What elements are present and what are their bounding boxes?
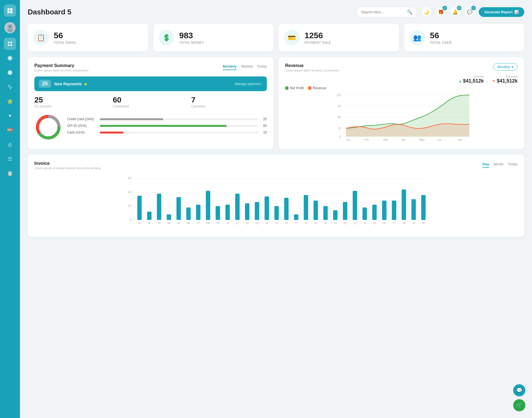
stat-money-info: 983 TOTAL MONEY (179, 31, 204, 45)
cash-label: Cash (41%) (67, 130, 98, 134)
tab-today[interactable]: Today (257, 63, 267, 70)
bar-17 (294, 214, 298, 220)
svg-text:Apr: Apr (401, 138, 406, 141)
invoice-tab-month[interactable]: Month (493, 161, 503, 168)
bar-label-29: 29 (412, 222, 415, 225)
svg-text:Jan: Jan (346, 138, 351, 141)
new-payments-count: 25 (39, 80, 51, 88)
stat-money-value: 983 (179, 31, 204, 40)
payment-summary-subtitle: Lorem ipsum dolor sit amet, consectetur (34, 69, 89, 72)
cart-fab[interactable]: 🛒 (513, 399, 525, 411)
generate-report-button[interactable]: Generate Report 📊 (479, 7, 524, 17)
search-input[interactable] (361, 10, 405, 14)
floating-buttons: 💬 🛒 (513, 384, 525, 411)
bar-12 (245, 203, 249, 220)
expense-label: Expense (492, 75, 518, 78)
invoice-panel: Invoice Lorem Ipsum is simply dummy text… (28, 155, 524, 237)
revenue-amounts: Income ▲ $41,512k Expense ▼ $41,512k (285, 75, 518, 84)
page-title: Dashboard 5 (28, 8, 71, 16)
svg-text:90: 90 (338, 105, 341, 108)
theme-toggle-btn[interactable]: 🌙 (421, 7, 432, 17)
sidebar-item-heart2[interactable]: 💝 (4, 124, 16, 136)
bar-label-12: 12 (246, 222, 249, 225)
bar-20 (323, 206, 328, 220)
gifts-btn[interactable]: 🎁 2 (436, 7, 446, 17)
svg-text:May: May (420, 138, 425, 141)
main-content: Dashboard 5 🔍 🌙 🎁 2 🔔 12 💬 5 Generate Re… (20, 0, 532, 418)
on-process-label: On process (34, 104, 110, 108)
svg-text:30: 30 (338, 127, 341, 130)
income-value: ▲ $41,512k (458, 78, 484, 84)
chat-badge: 5 (471, 6, 476, 10)
generate-report-label: Generate Report (484, 10, 513, 14)
bar-label-26: 26 (383, 222, 386, 225)
revenue-legend: Net Profit Revenue (285, 86, 518, 90)
bar-09 (216, 206, 220, 220)
sidebar-item-heart[interactable]: ♥ (4, 110, 16, 122)
payment-summary-panel: Payment Summary Lorem ipsum dolor sit am… (28, 57, 273, 149)
notifications-btn[interactable]: 🔔 12 (450, 7, 461, 17)
invoice-bar-chart: 60 40 20 0 01020304050607080910111213141… (34, 174, 518, 230)
search-box[interactable]: 🔍 (356, 7, 417, 17)
credit-card-label: Credit Card (24%) (67, 117, 98, 121)
bar-06 (186, 207, 191, 220)
donut-row: Credit Card (24%) 25 UPI ID (41%) 60 (34, 113, 267, 141)
bar-label-18: 18 (305, 222, 308, 225)
manage-payment-link[interactable]: Manage payment › (235, 82, 262, 86)
legend-revenue: Revenue (308, 86, 326, 90)
income-label: Income (458, 75, 484, 78)
bar-label-01: 01 (138, 222, 141, 225)
user-avatar[interactable] (4, 22, 16, 33)
bar-18 (304, 195, 308, 220)
chat-btn[interactable]: 💬 5 (464, 7, 475, 17)
svg-rect-7 (8, 42, 10, 43)
svg-text:20: 20 (128, 204, 131, 207)
sidebar-item-list[interactable]: 📋 (4, 167, 16, 179)
sidebar-item-dashboard[interactable] (4, 38, 16, 50)
sidebar-item-info[interactable] (4, 66, 16, 79)
bar-22 (343, 202, 347, 220)
stat-canceled: 7 Canceled (191, 96, 267, 108)
upi-track (100, 125, 259, 127)
money-icon: 💲 (159, 30, 174, 45)
sidebar-item-settings[interactable] (4, 52, 16, 64)
bar-11 (235, 194, 240, 220)
completed-label: Completed (113, 104, 188, 108)
tab-monthly[interactable]: Monthly (223, 63, 237, 70)
bar-label-24: 24 (363, 222, 367, 225)
stat-on-process: 25 On process (34, 96, 110, 108)
sidebar-item-star[interactable]: ⭐ (4, 95, 16, 107)
canceled-label: Canceled (191, 104, 267, 108)
stat-payment-label: PAYMENT SALE (305, 41, 331, 45)
credit-card-fill (100, 118, 163, 120)
header-actions: 🔍 🌙 🎁 2 🔔 12 💬 5 Generate Report 📊 (356, 7, 524, 17)
bar-label-08: 08 (206, 222, 210, 225)
expense-amount: Expense ▼ $41,512k (492, 75, 518, 84)
revenue-chart: 120 90 60 30 0 Jan Feb Mar Apr May Jun J… (285, 92, 518, 142)
legend-net-profit: Net Profit (285, 86, 304, 90)
sidebar-item-print[interactable]: 🖨 (4, 139, 16, 151)
invoice-tab-today[interactable]: Today (508, 161, 518, 168)
support-fab[interactable]: 💬 (513, 384, 525, 396)
new-payments-dot (85, 83, 87, 85)
sidebar-item-analytics[interactable] (4, 81, 16, 93)
bar-01 (137, 196, 142, 220)
invoice-tab-day[interactable]: Day (482, 161, 489, 168)
invoice-tabs: Day Month Today (482, 161, 518, 168)
svg-rect-2 (7, 11, 10, 13)
sidebar-item-menu[interactable]: ☰ (4, 153, 16, 165)
svg-rect-10 (11, 44, 12, 46)
bar-15 (274, 206, 279, 220)
credit-card-track (100, 118, 259, 120)
upi-val: 60 (261, 124, 267, 128)
revenue-title-group: Revenue Lorem ipsum dolor sit amet, cons… (285, 63, 339, 72)
tab-weekly[interactable]: Weekly (241, 63, 253, 70)
donut-chart (34, 113, 62, 141)
sidebar-logo[interactable] (4, 4, 16, 17)
bar-label-23: 23 (353, 222, 357, 225)
revenue-monthly-dropdown[interactable]: Monthly ▾ (493, 63, 518, 71)
bar-label-21: 21 (334, 222, 337, 225)
net-profit-dot (285, 86, 288, 90)
payment-summary-title: Payment Summary (34, 63, 89, 68)
bar-05 (177, 197, 181, 220)
